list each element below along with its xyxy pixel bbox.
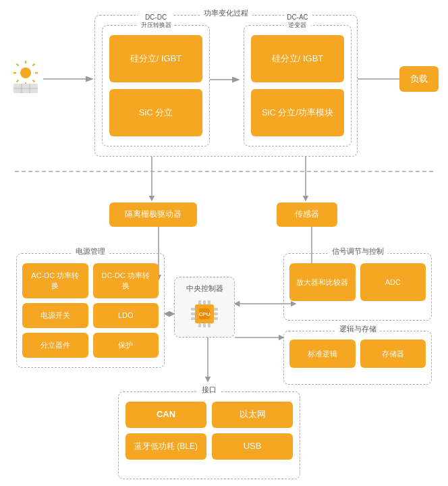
cpu-container: 中央控制器 CPU — [174, 277, 235, 338]
svg-rect-41 — [214, 313, 218, 315]
dcac-box2: SiC 分立/功率模块 — [251, 89, 344, 136]
isolate-driver-box: 隔离栅极驱动器 — [109, 202, 197, 227]
svg-rect-42 — [214, 317, 218, 320]
if-item-3: USB — [212, 433, 293, 460]
cpu-label-top: 中央控制器 — [186, 284, 223, 294]
arrow-cpu-interface — [201, 338, 215, 385]
svg-rect-43 — [198, 300, 201, 304]
arrow-solar-dcdc — [43, 72, 97, 86]
power-conversion-label: 功率变化过程 — [200, 8, 252, 18]
load-container: 负载 — [399, 66, 439, 92]
signal-control-container: 信号调节与控制 放大器和比较器 ADC — [283, 253, 432, 321]
dcac-container: DC-AC逆变器 硅分立/ IGBT SiC 分立/功率模块 — [244, 25, 352, 146]
pm-item-4: 分立器件 — [22, 333, 88, 358]
if-item-2: 蓝牙低功耗 (BLE) — [125, 433, 206, 460]
power-management-container: 电源管理 AC-DC 功率转换 DC-DC 功率转换 电源开关 LDO 分立器件… — [16, 253, 165, 368]
svg-text:CPU: CPU — [199, 311, 211, 317]
arrow-dcdc-dcac — [210, 73, 244, 86]
sc-item-1: ADC — [360, 263, 426, 301]
dcdc-box1: 硅分立/ IGBT — [109, 35, 202, 82]
svg-line-6 — [33, 80, 35, 82]
sensor-container: 传感器 — [277, 202, 337, 227]
if-item-0: CAN — [125, 402, 206, 428]
svg-rect-40 — [214, 308, 218, 310]
arrow-dcdc-down — [145, 157, 159, 204]
pm-item-2: 电源开关 — [22, 303, 88, 328]
svg-rect-47 — [203, 323, 206, 327]
svg-point-0 — [20, 68, 31, 78]
svg-line-5 — [17, 64, 19, 66]
pm-item-0: AC-DC 功率转换 — [22, 263, 88, 298]
svg-rect-44 — [203, 300, 206, 304]
svg-rect-46 — [198, 323, 201, 327]
interface-label: 接口 — [198, 385, 221, 395]
svg-rect-39 — [191, 317, 195, 320]
svg-rect-48 — [208, 323, 211, 327]
pm-item-5: 保护 — [93, 333, 159, 358]
sc-item-0: 放大器和比较器 — [289, 263, 356, 301]
dcdc-container: DC-DC升压转换器 硅分立/ IGBT SiC 分立 — [102, 25, 210, 146]
isolate-driver-container: 隔离栅极驱动器 — [109, 202, 197, 227]
svg-line-8 — [17, 80, 19, 82]
if-item-1: 以太网 — [212, 402, 293, 428]
ls-item-0: 标准逻辑 — [289, 340, 356, 368]
arrow-pm-cpu — [165, 307, 178, 321]
cpu-chip-icon: CPU — [187, 296, 222, 331]
dcdc-box2: SiC 分立 — [109, 89, 202, 136]
ls-item-1: 存储器 — [360, 340, 426, 368]
load-box: 负载 — [399, 66, 439, 92]
logic-storage-container: 逻辑与存储 标准逻辑 存储器 — [283, 331, 432, 385]
svg-rect-45 — [208, 300, 211, 304]
svg-rect-37 — [191, 308, 195, 310]
solar-icon — [8, 59, 43, 94]
svg-line-7 — [33, 64, 35, 66]
arrow-cpu-logic — [235, 331, 289, 344]
svg-rect-38 — [191, 313, 195, 315]
interface-container: 接口 CAN 以太网 蓝牙低功耗 (BLE) USB — [118, 392, 300, 479]
logic-storage-label: 逻辑与存储 — [335, 324, 381, 334]
dcac-box1: 硅分立/ IGBT — [251, 35, 344, 82]
sensor-box: 传感器 — [277, 202, 337, 227]
pm-item-1: DC-DC 功率转换 — [93, 263, 159, 298]
horizontal-divider — [15, 171, 433, 172]
power-management-label: 电源管理 — [72, 246, 109, 256]
dcac-label: DC-AC逆变器 — [284, 14, 311, 30]
signal-control-label: 信号调节与控制 — [328, 246, 388, 256]
arrow-dcac-down — [299, 157, 312, 204]
main-diagram: 功率变化过程 DC-DC升压转换器 硅分立/ IGBT SiC 分立 DC-AC… — [0, 0, 448, 486]
power-conversion-container: 功率变化过程 DC-DC升压转换器 硅分立/ IGBT SiC 分立 DC-AC… — [94, 15, 358, 157]
pm-item-3: LDO — [93, 303, 159, 328]
dcdc-label: DC-DC升压转换器 — [138, 14, 174, 30]
